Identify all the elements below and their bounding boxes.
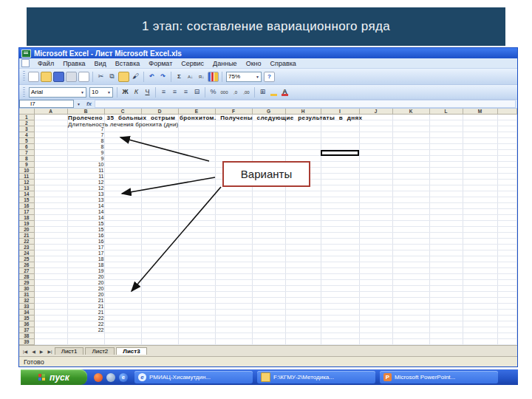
cell-I32[interactable]: [321, 298, 359, 304]
row-header-30[interactable]: 30: [19, 286, 34, 292]
row-header-6[interactable]: 6: [19, 144, 34, 150]
cell-C27[interactable]: [104, 268, 141, 274]
cell-M25[interactable]: [463, 256, 497, 262]
italic-button[interactable]: К: [132, 88, 141, 97]
cell-I25[interactable]: [321, 256, 359, 262]
row-header-8[interactable]: 8: [19, 156, 34, 162]
cell-I12[interactable]: [321, 180, 359, 185]
cell-E31[interactable]: [178, 292, 215, 298]
cell-F19[interactable]: [215, 221, 252, 227]
cell-G3[interactable]: [252, 126, 285, 132]
cell-A18[interactable]: [34, 215, 67, 221]
cell-A24[interactable]: [34, 250, 67, 256]
print-preview-icon[interactable]: [78, 72, 89, 82]
cell-L13[interactable]: [429, 185, 463, 191]
cell-L15[interactable]: [429, 197, 463, 203]
row-header-37[interactable]: 37: [19, 327, 34, 333]
cell-B26[interactable]: 18: [67, 262, 104, 268]
cell-B31[interactable]: 20: [67, 292, 104, 298]
cell-J38[interactable]: [359, 333, 392, 339]
cell-F37[interactable]: [215, 327, 252, 333]
cell-L38[interactable]: [429, 333, 463, 339]
cell-K7[interactable]: [392, 150, 429, 156]
row-header-11[interactable]: 11: [19, 174, 34, 180]
cell-F20[interactable]: [215, 227, 252, 233]
cell-K23[interactable]: [392, 245, 429, 250]
select-all-corner[interactable]: [19, 109, 34, 115]
cell-L20[interactable]: [429, 227, 463, 233]
cell-G29[interactable]: [252, 280, 285, 286]
cell-D13[interactable]: [141, 185, 178, 191]
cell-M28[interactable]: [463, 274, 497, 280]
row-header-35[interactable]: 35: [19, 316, 34, 321]
cell-L23[interactable]: [429, 245, 463, 250]
cell-I30[interactable]: [321, 286, 359, 292]
cell-C37[interactable]: [104, 327, 141, 333]
row-header-31[interactable]: 31: [19, 292, 34, 298]
cell-B30[interactable]: 20: [67, 286, 104, 292]
cell-G36[interactable]: [252, 321, 285, 327]
cell-M27[interactable]: [463, 268, 497, 274]
cell-K25[interactable]: [392, 256, 429, 262]
cell-A15[interactable]: [34, 197, 67, 203]
cell-B35[interactable]: 22: [67, 316, 104, 321]
cell-J3[interactable]: [359, 126, 392, 132]
cell-E17[interactable]: [178, 209, 215, 215]
column-header-L[interactable]: L: [429, 109, 463, 115]
cell-K32[interactable]: [392, 298, 429, 304]
cell-L19[interactable]: [429, 221, 463, 227]
cell-E29[interactable]: [178, 280, 215, 286]
cell-M34[interactable]: [463, 310, 497, 316]
cell-J13[interactable]: [359, 185, 392, 191]
cell-G30[interactable]: [252, 286, 285, 292]
cell-C39[interactable]: [104, 339, 141, 345]
row-header-23[interactable]: 23: [19, 245, 34, 250]
cell-G5[interactable]: [252, 138, 285, 144]
cell-F17[interactable]: [215, 209, 252, 215]
copy-icon[interactable]: ⧉: [107, 72, 117, 81]
cell-A22[interactable]: [34, 239, 67, 245]
row-header-10[interactable]: 10: [19, 168, 34, 174]
cell-D38[interactable]: [141, 333, 178, 339]
cell-L22[interactable]: [429, 239, 463, 245]
cell-D18[interactable]: [141, 215, 178, 221]
cell-D16[interactable]: [141, 203, 178, 209]
cell-E35[interactable]: [178, 316, 215, 321]
cell-H38[interactable]: [285, 333, 321, 339]
align-center-icon[interactable]: ≡: [170, 88, 180, 97]
cell-J9[interactable]: [359, 162, 392, 168]
cell-D8[interactable]: [141, 156, 178, 162]
cell-D7[interactable]: [141, 150, 178, 156]
cell-F18[interactable]: [215, 215, 252, 221]
cell-J34[interactable]: [359, 310, 392, 316]
cell-A13[interactable]: [34, 185, 67, 191]
cell-H14[interactable]: [285, 191, 321, 197]
cell-F28[interactable]: [215, 274, 252, 280]
menu-item-1[interactable]: Файл: [33, 60, 58, 67]
cell-I10[interactable]: [321, 168, 359, 174]
cell-E39[interactable]: [178, 339, 215, 345]
cell-H18[interactable]: [285, 215, 321, 221]
insert-function-icon[interactable]: fx: [83, 100, 95, 107]
cell-H19[interactable]: [285, 221, 321, 227]
cell-E12[interactable]: [178, 180, 215, 185]
cell-M2[interactable]: [463, 120, 497, 126]
cell-D39[interactable]: [141, 339, 178, 345]
next-sheet-icon[interactable]: ▶: [38, 349, 46, 354]
cell-L25[interactable]: [429, 256, 463, 262]
cell-C20[interactable]: [104, 227, 141, 233]
cell-I26[interactable]: [321, 262, 359, 268]
paste-icon[interactable]: [118, 72, 129, 82]
cell-A36[interactable]: [34, 321, 67, 327]
cell-I29[interactable]: [321, 280, 359, 286]
cell-C14[interactable]: [104, 191, 141, 197]
cell-A38[interactable]: [34, 333, 67, 339]
cell-M35[interactable]: [463, 316, 497, 321]
cell-L6[interactable]: [429, 144, 463, 150]
cell-G14[interactable]: [252, 191, 285, 197]
cell-E8[interactable]: [178, 156, 215, 162]
cell-A1[interactable]: [34, 115, 67, 120]
menu-item-2[interactable]: Правка: [58, 60, 89, 67]
cell-K26[interactable]: [392, 262, 429, 268]
cell-F7[interactable]: [215, 150, 252, 156]
